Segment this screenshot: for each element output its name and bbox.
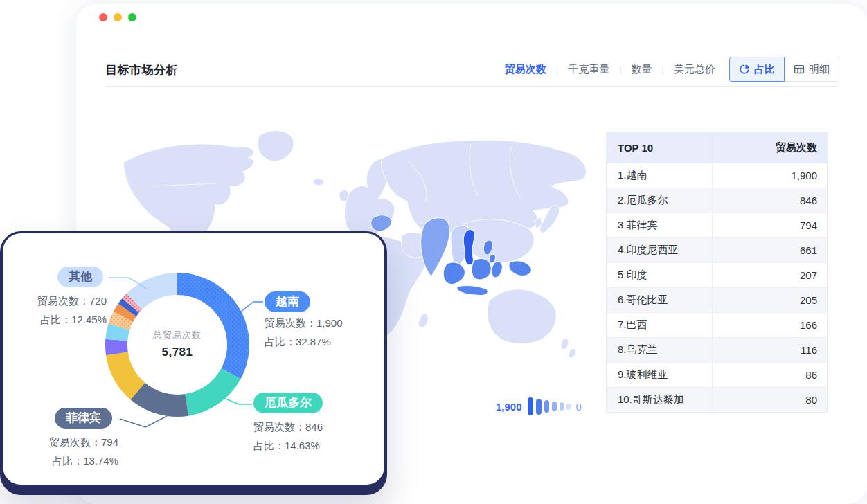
table-row: 6.哥伦比亚205 <box>607 287 827 312</box>
stat-line: 贸易次数：720 <box>8 291 107 310</box>
table-cell-value: 116 <box>713 338 827 362</box>
tab-separator: | <box>662 64 664 75</box>
callout-stats-philippines: 贸易次数：794 占比：13.74% <box>20 433 118 470</box>
minimize-button[interactable] <box>114 13 122 21</box>
callout-line-vietnam <box>241 302 263 312</box>
zoom-button[interactable] <box>128 13 136 21</box>
tab-0[interactable]: 贸易次数 <box>505 63 546 76</box>
callout-pill-ecuador: 厄瓜多尔 <box>253 393 323 413</box>
callout-line-philippines <box>120 416 167 427</box>
legend-bars <box>528 397 571 415</box>
table-row: 4.印度尼西亚661 <box>607 237 827 262</box>
top10-table: TOP 10 贸易次数 1.越南1,9002.厄瓜多尔8463.菲律宾7944.… <box>606 132 828 413</box>
toggle-label-detail: 明细 <box>809 63 830 76</box>
donut-segment-厄瓜多尔[interactable] <box>185 368 240 416</box>
stat-line: 占比：32.87% <box>265 332 343 351</box>
callout-stats-vietnam: 贸易次数：1,900 占比：32.87% <box>265 314 343 351</box>
table-cell-value: 166 <box>713 313 827 337</box>
window-controls <box>99 13 136 21</box>
tab-detail[interactable]: 明细 <box>785 57 839 82</box>
table-cell-name: 3.菲律宾 <box>607 213 713 237</box>
legend-bar <box>544 400 549 413</box>
map-vietnam-highlight <box>463 230 474 265</box>
stat-line: 贸易次数：1,900 <box>265 314 343 332</box>
pie-icon <box>739 64 750 75</box>
table-cell-name: 7.巴西 <box>607 313 713 337</box>
dashboard-stage: 目标市场分析 贸易次数|千克重量|数量|美元总价 占比 <box>0 0 867 504</box>
table-cell-name: 8.乌克兰 <box>607 338 713 362</box>
table-cell-name: 1.越南 <box>607 163 713 188</box>
map-legend: 1,900 0 <box>496 396 582 417</box>
legend-bar <box>566 404 571 410</box>
table-row: 2.厄瓜多尔846 <box>607 188 827 213</box>
donut-center-label: 总贸易次数 5,781 <box>122 329 233 359</box>
tab-1[interactable]: 千克重量 <box>568 63 609 76</box>
callout-stats-other: 贸易次数：720 占比：12.45% <box>8 291 107 329</box>
table-icon <box>794 64 805 75</box>
legend-bar <box>528 397 533 415</box>
donut-segment-越南[interactable] <box>177 273 249 379</box>
table-body: 1.越南1,9002.厄瓜多尔8463.菲律宾7944.印度尼西亚6615.印度… <box>607 163 827 412</box>
callout-line-ecuador <box>222 397 252 404</box>
tab-proportion[interactable]: 占比 <box>729 57 785 82</box>
map-papua <box>509 261 531 276</box>
legend-bar <box>560 402 564 411</box>
table-header-rank: TOP 10 <box>607 132 713 163</box>
table-cell-value: 86 <box>713 363 827 387</box>
table-row: 9.玻利维亚86 <box>607 362 827 387</box>
tab-items: 贸易次数|千克重量|数量|美元总价 <box>505 63 715 76</box>
map-malaysia-sumatra <box>443 262 465 285</box>
map-new-zealand <box>561 339 569 350</box>
stat-line: 贸易次数：794 <box>20 433 118 451</box>
map-madagascar <box>418 314 428 327</box>
table-cell-name: 10.哥斯达黎加 <box>607 388 713 412</box>
view-toggle-group: 占比 明细 <box>729 57 839 82</box>
callout-pill-other: 其他 <box>57 267 103 287</box>
total-value: 5,781 <box>122 345 233 359</box>
table-row: 7.巴西166 <box>607 312 827 337</box>
map-iceland <box>313 179 324 186</box>
table-cell-name: 4.印度尼西亚 <box>607 238 713 262</box>
table-row: 8.乌克兰116 <box>607 337 827 362</box>
table-cell-name: 2.厄瓜多尔 <box>607 188 713 213</box>
total-label: 总贸易次数 <box>122 329 233 341</box>
table-cell-name: 5.印度 <box>607 263 713 287</box>
table-cell-value: 661 <box>713 238 827 262</box>
table-cell-value: 794 <box>713 213 827 237</box>
donut-card: 总贸易次数 5,781 其他 贸易次数：720 占比：12.45% 越南 贸易次… <box>3 233 384 485</box>
table-cell-name: 9.玻利维亚 <box>607 363 713 387</box>
map-sulawesi <box>492 262 503 278</box>
map-java <box>457 286 488 296</box>
toggle-label-proportion: 占比 <box>754 63 775 76</box>
map-australia <box>488 289 556 344</box>
tab-2[interactable]: 数量 <box>632 63 652 76</box>
table-row: 3.菲律宾794 <box>607 213 827 237</box>
legend-min: 0 <box>576 401 582 413</box>
close-button[interactable] <box>99 13 107 21</box>
table-row: 1.越南1,900 <box>607 163 827 188</box>
callout-pill-vietnam: 越南 <box>265 291 310 312</box>
table-cell-value: 205 <box>713 288 827 312</box>
page-title: 目标市场分析 <box>105 62 178 78</box>
donut-card-shadow: 总贸易次数 5,781 其他 贸易次数：720 占比：12.45% 越南 贸易次… <box>0 231 387 495</box>
metric-tabs: 贸易次数|千克重量|数量|美元总价 占比 明细 <box>505 55 839 83</box>
table-header: TOP 10 贸易次数 <box>607 132 827 163</box>
stat-line: 占比：13.74% <box>20 451 118 470</box>
stat-line: 占比：12.45% <box>8 310 107 329</box>
table-cell-value: 1,900 <box>713 163 827 188</box>
table-cell-value: 846 <box>713 188 827 213</box>
table-row: 10.哥斯达黎加80 <box>607 387 827 412</box>
tab-3[interactable]: 美元总价 <box>674 63 715 76</box>
legend-bar <box>536 399 542 415</box>
map-north-america <box>123 144 254 244</box>
legend-bar <box>552 402 557 411</box>
legend-max: 1,900 <box>496 401 522 413</box>
map-ukraine-highlight <box>371 215 392 231</box>
callout-pill-philippines: 菲律宾 <box>55 408 112 429</box>
callout-stats-ecuador: 贸易次数：846 占比：14.63% <box>253 417 323 455</box>
table-row: 5.印度207 <box>607 262 827 287</box>
tab-separator: | <box>619 64 621 75</box>
table-cell-value: 207 <box>713 263 827 287</box>
map-borneo <box>472 259 491 280</box>
table-cell-value: 80 <box>713 388 827 412</box>
